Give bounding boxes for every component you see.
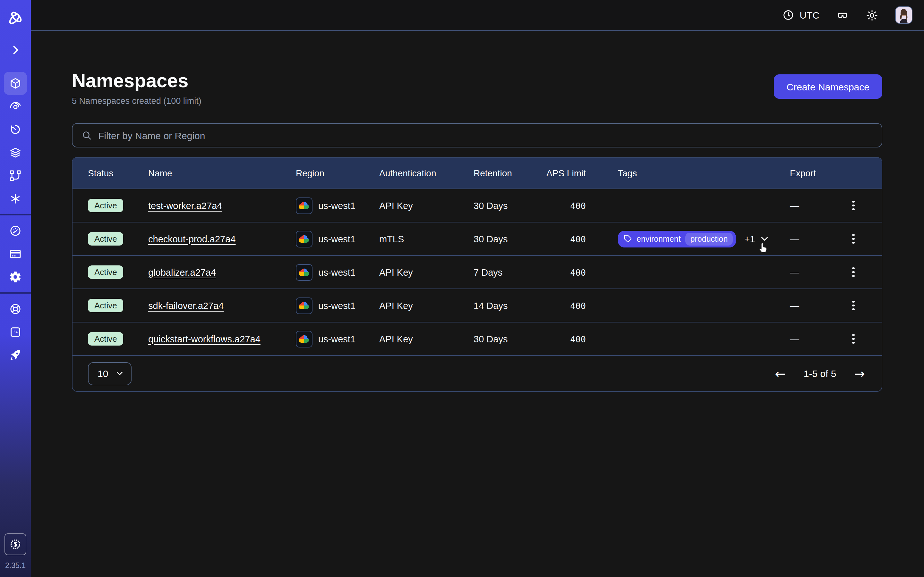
sidebar-item-billing[interactable] — [4, 242, 27, 266]
sidebar-item-settings[interactable] — [4, 266, 27, 288]
sidebar-item-support[interactable] — [4, 298, 27, 321]
region-label: us-west1 — [318, 300, 355, 311]
sidebar-item-nexus[interactable] — [4, 187, 27, 210]
tag-icon — [624, 235, 632, 243]
status-badge: Active — [88, 199, 124, 212]
gcp-cloud-icon — [296, 330, 312, 347]
sidebar-item-schedules[interactable] — [4, 118, 27, 141]
row-menu-button[interactable] — [849, 330, 859, 348]
auth-value: API Key — [379, 334, 473, 344]
prev-page-button[interactable]: ← — [774, 366, 787, 381]
temporal-logo-icon — [7, 10, 24, 26]
col-aps-limit: APS Limit — [546, 168, 586, 178]
topbar: UTC — [31, 0, 924, 31]
region-label: us-west1 — [318, 334, 355, 344]
row-menu-button[interactable] — [849, 230, 859, 247]
plan-usage-button[interactable] — [5, 533, 26, 555]
labs-toggle-button[interactable] — [836, 9, 849, 21]
region-label: us-west1 — [318, 234, 355, 244]
asterisk-icon — [9, 192, 22, 205]
next-page-button[interactable]: → — [853, 366, 866, 381]
export-value: — — [790, 267, 841, 277]
table-header-row: Status Name Region Authentication Retent… — [73, 158, 882, 189]
sidebar-item-getting-started[interactable] — [4, 321, 27, 343]
sidebar-divider — [0, 292, 31, 293]
tag-key: environment — [636, 234, 681, 243]
row-menu-button[interactable] — [849, 263, 859, 281]
branch-icon — [9, 169, 22, 182]
sidebar-item-insights[interactable] — [4, 95, 27, 118]
page-size-select[interactable]: 10 — [88, 362, 131, 385]
lifebuoy-icon — [9, 303, 22, 316]
sidebar-item-usage[interactable] — [4, 219, 27, 242]
page-header: Namespaces 5 Namespaces created (100 lim… — [72, 69, 882, 106]
namespace-link[interactable]: quickstart-workflows.a27a4 — [148, 334, 260, 344]
aps-limit-value: 400 — [570, 234, 586, 244]
auth-value: API Key — [379, 200, 473, 211]
table-footer: 10 ← 1-5 of 5 → — [73, 355, 882, 391]
export-value: — — [790, 334, 841, 344]
aps-limit-value: 400 — [570, 267, 586, 277]
sidebar-item-namespaces[interactable] — [4, 72, 27, 95]
credit-card-icon — [9, 247, 22, 260]
namespace-link[interactable]: test-worker.a27a4 — [148, 200, 222, 211]
sun-icon — [866, 9, 879, 21]
row-menu-button[interactable] — [849, 197, 859, 214]
aps-limit-value: 400 — [570, 300, 586, 311]
dollar-badge-icon — [9, 538, 22, 551]
chevron-right-icon — [9, 44, 22, 56]
namespace-link[interactable]: sdk-failover.a27a4 — [148, 300, 224, 311]
tags-more-count: +1 — [744, 234, 755, 244]
layers-icon — [9, 146, 22, 159]
topbar-right: UTC — [782, 6, 913, 24]
table-row[interactable]: Active checkout-prod.a27a4 us-west1 mTLS… — [73, 222, 882, 255]
gear-icon — [9, 271, 22, 284]
user-avatar[interactable] — [895, 6, 913, 24]
create-namespace-button[interactable]: Create Namespace — [774, 74, 882, 99]
theme-toggle-button[interactable] — [866, 9, 879, 21]
export-value: — — [790, 300, 841, 311]
table-row[interactable]: Active test-worker.a27a4 us-west1 API Ke… — [73, 189, 882, 222]
insights-eye-icon — [9, 100, 22, 113]
status-badge: Active — [88, 232, 124, 245]
sparkle-square-icon — [9, 326, 22, 338]
namespace-link[interactable]: globalizer.a27a4 — [148, 267, 216, 277]
timezone-selector[interactable]: UTC — [782, 9, 819, 21]
tag-value: production — [685, 232, 733, 245]
col-export: Export — [790, 168, 841, 178]
search-icon — [81, 129, 92, 141]
col-authentication: Authentication — [379, 168, 473, 178]
auth-value: API Key — [379, 300, 473, 311]
row-menu-button[interactable] — [849, 297, 859, 314]
chevron-down-icon — [759, 234, 770, 244]
gauge-icon — [9, 224, 22, 237]
page-title: Namespaces — [72, 69, 202, 92]
filter-input[interactable] — [98, 130, 873, 141]
page-subtitle: 5 Namespaces created (100 limit) — [72, 96, 202, 106]
sidebar-expand-button[interactable] — [4, 39, 27, 61]
col-name: Name — [148, 168, 296, 178]
table-row[interactable]: Active globalizer.a27a4 us-west1 API Key… — [73, 255, 882, 288]
col-region: Region — [296, 168, 379, 178]
temporal-logo[interactable] — [4, 6, 27, 29]
app-root: 2.35.1 UTC — [0, 0, 924, 577]
namespace-link[interactable]: checkout-prod.a27a4 — [148, 234, 236, 244]
namespaces-table: Status Name Region Authentication Retent… — [72, 157, 882, 392]
sidebar-item-batch-operations[interactable] — [4, 164, 27, 187]
main-content: Namespaces 5 Namespaces created (100 lim… — [31, 31, 924, 392]
auth-value: mTLS — [379, 234, 473, 244]
gcp-cloud-icon — [296, 230, 312, 247]
sidebar-item-deployments[interactable] — [4, 141, 27, 164]
tags-expand-button[interactable] — [759, 234, 770, 244]
sidebar-item-launch[interactable] — [4, 343, 27, 367]
col-status: Status — [88, 168, 148, 178]
timezone-label: UTC — [800, 10, 819, 21]
table-row[interactable]: Active quickstart-workflows.a27a4 us-wes… — [73, 322, 882, 355]
version-label: 2.35.1 — [5, 562, 26, 569]
chevron-down-icon — [115, 369, 124, 378]
table-row[interactable]: Active sdk-failover.a27a4 us-west1 API K… — [73, 288, 882, 322]
page-size-value: 10 — [97, 368, 108, 379]
retention-value: 30 Days — [473, 234, 552, 244]
col-retention: Retention — [473, 168, 552, 178]
tag-pill[interactable]: environment production — [618, 230, 736, 247]
